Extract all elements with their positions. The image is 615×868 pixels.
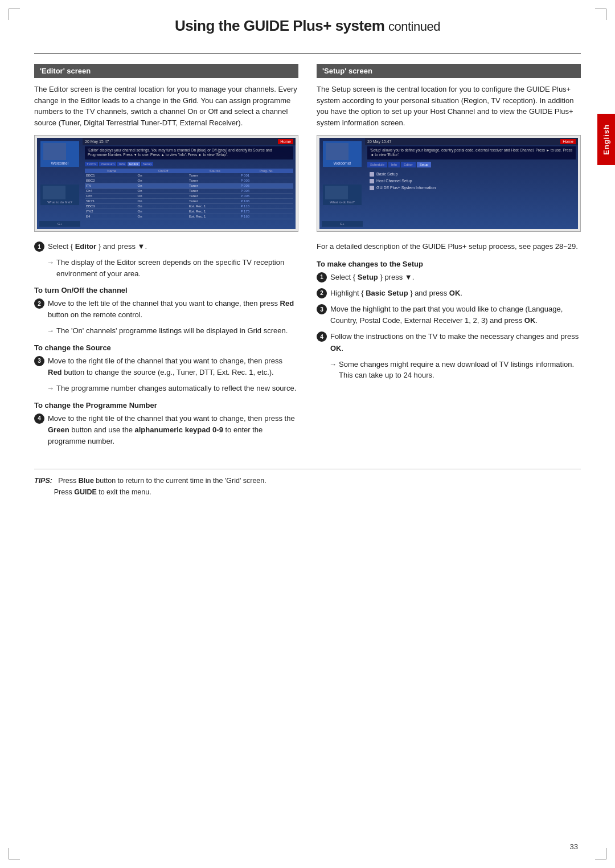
setup-nav-tabs: Schedule Info Editor Setup [367, 162, 576, 167]
editor-step4: 4 Move to the right tile of the channel … [34, 413, 298, 447]
editor-table: Name On/Off Source Prog. Nr. BBC1OnTuner… [85, 169, 293, 219]
arrow-icon-3: → [47, 383, 54, 394]
subsection-make-changes: To make changes to the Setup [317, 260, 581, 268]
setup-menu-item-host: Host Channel Setup [370, 178, 573, 185]
welcome-label-editor: Welcome! [43, 161, 76, 165]
editor-screen-left: Welcome! What to do first? G+ [37, 138, 83, 229]
corner-mark-bl [9, 848, 20, 859]
setup-date: 20 May 15:47 [367, 140, 391, 144]
editor-tab-editor: Editor [128, 162, 140, 166]
editor-tab-tvtv: TV/TV [85, 162, 98, 166]
setup-detail-text: For a detailed description of the GUIDE … [317, 241, 581, 253]
setup-menu-item-sysinfo: GUIDE Plus+ System Information [370, 185, 573, 191]
corner-mark-tl [9, 9, 20, 20]
setup-menu-items: Basic Setup Host Channel Setup GUIDE Plu… [370, 171, 573, 191]
tips-label: TIPS: [34, 477, 52, 485]
editor-logo: G+ [39, 221, 80, 227]
setup-info-box: 'Setup' allows you to define your langua… [367, 146, 576, 159]
editor-step3: 3 Move to the right tile of the channel … [34, 355, 298, 378]
setup-step2: 2 Highlight { Basic Setup } and press OK… [317, 288, 581, 299]
corner-mark-br [595, 848, 606, 859]
setup-step2-text: Highlight { Basic Setup } and press OK. [330, 288, 581, 299]
table-row: BBC3OnExt. Rec. 1P 116 [85, 204, 293, 209]
editor-step1-arrow: → The display of the Editor screen depen… [47, 257, 298, 279]
welcome-badge-editor: Welcome! [40, 141, 79, 167]
step-number-3: 3 [34, 356, 44, 366]
editor-home-btn: Home [278, 139, 293, 144]
editor-screen-main: 20 May 15:47 Home 'Editor' displays your… [83, 138, 296, 229]
editor-screen-inner: Welcome! What to do first? G+ 20 May 15:… [37, 138, 296, 229]
col-onoff: On/Off [138, 169, 190, 173]
step-number-4: 4 [34, 413, 44, 424]
page-number: 33 [570, 842, 578, 851]
col-source: Source [189, 169, 241, 173]
setup-section-header: 'Setup' screen [317, 64, 581, 78]
subsection-change-prog: To change the Programme Number [34, 401, 298, 410]
tips-blue: Blue [79, 477, 94, 485]
editor-date: 20 May 15:47 [85, 140, 109, 144]
setup-step4-text: Follow the instructions on the TV to mak… [330, 331, 581, 354]
editor-step1: 1 Select { Editor } and press ▼. [34, 241, 298, 252]
table-row: BBC1OnTunerP 001 [85, 173, 293, 178]
setup-screen-mockup: Welcome! What to do first? G+ 20 May 15:… [317, 135, 581, 232]
setup-home-btn: Home [560, 139, 576, 144]
title-main: Using the GUIDE Plus+ system [175, 17, 384, 34]
step-number-1: 1 [34, 241, 44, 252]
editor-tabs: TV/TV Premium Info Editor Setup [85, 162, 293, 166]
corner-mark-tr [595, 9, 606, 20]
editor-section-body: The Editor screen is the central locatio… [34, 84, 298, 128]
tips-guide: GUIDE [74, 488, 97, 496]
two-column-layout: 'Editor' screen The Editor screen is the… [34, 64, 581, 452]
setup-step3-text: Move the highlight to the part that you … [330, 304, 581, 326]
table-row: Ch5OnTunerP 005 [85, 194, 293, 199]
arrow-icon: → [47, 257, 54, 268]
setup-screen: Welcome! What to do first? G+ 20 May 15:… [319, 138, 578, 229]
col-prog: Prog. Nr. [241, 169, 293, 173]
col-name: Name [86, 169, 138, 173]
page-container: English Using the GUIDE Plus+ system con… [0, 0, 615, 868]
setup-step1: 1 Select { Setup } press ▼. [317, 272, 581, 283]
arrow-icon-setup: → [329, 359, 337, 370]
language-tab: English [597, 114, 615, 165]
editor-table-header: Name On/Off Source Prog. Nr. [85, 169, 293, 173]
setup-screen-left: Welcome! What to do first? G+ [319, 138, 365, 229]
setup-tab-info: Info [388, 162, 400, 167]
table-row: BBC2OnTunerP 003 [85, 178, 293, 183]
what-first-editor: What to do first? [40, 185, 79, 205]
editor-column: 'Editor' screen The Editor screen is the… [34, 64, 298, 452]
green-text: Green [48, 425, 69, 434]
tips-box: TIPS: Press Blue button to return to the… [34, 469, 581, 498]
editor-step1-arrow-text: The display of the Editor screen depends… [56, 257, 298, 279]
setup-step4-arrow: → Some changes might require a new downl… [329, 359, 581, 381]
editor-step3-arrow-text: The programme number changes automatical… [56, 383, 296, 394]
setup-step-number-4: 4 [317, 331, 327, 342]
editor-tab-premium: Premium [99, 162, 116, 166]
setup-menu-item-basic: Basic Setup [370, 171, 573, 178]
red-text-2: Red [48, 368, 62, 376]
title-divider [34, 53, 581, 54]
setup-step4-arrow-text: Some changes might require a new downloa… [339, 359, 581, 381]
editor-step2-arrow-text: The 'On' channels' programme listings wi… [56, 325, 288, 337]
welcome-badge-setup: Welcome! [323, 141, 362, 167]
setup-tab-schedule: Schedule [367, 162, 387, 167]
red-text: Red [280, 299, 294, 308]
table-row: SKY1OnTunerP 106 [85, 199, 293, 204]
setup-step-number-2: 2 [317, 288, 327, 298]
setup-step-number-1: 1 [317, 272, 327, 282]
alphanumeric-text: alphanumeric keypad 0-9 [135, 425, 223, 434]
setup-screen-inner: Welcome! What to do first? G+ 20 May 15:… [319, 138, 578, 229]
title-suffix-text: continued [388, 19, 440, 34]
page-title: Using the GUIDE Plus+ system continued [34, 17, 581, 39]
editor-step2-text: Move to the left tile of the channel tha… [48, 298, 298, 321]
editor-step4-text: Move to the right tile of the channel th… [48, 413, 298, 447]
setup-step3: 3 Move the highlight to the part that yo… [317, 304, 581, 326]
arrow-icon-2: → [47, 325, 54, 337]
editor-step3-arrow: → The programme number changes automatic… [47, 383, 298, 394]
step-number-2: 2 [34, 298, 44, 309]
subsection-change-source: To change the Source [34, 343, 298, 352]
table-row: E4OnExt. Rec. 1P 160 [85, 214, 293, 219]
what-first-label-setup: What to do first? [325, 200, 359, 204]
what-first-setup: What to do first? [323, 185, 362, 205]
editor-top-bar: 20 May 15:47 Home [83, 138, 296, 145]
editor-step1-text: Select { Editor } and press ▼. [48, 241, 298, 252]
